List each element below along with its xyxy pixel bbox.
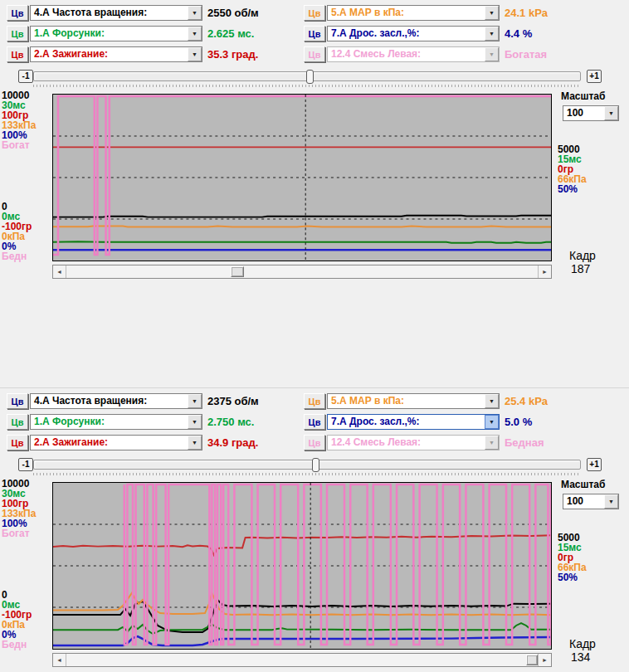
channel-select-ignition[interactable]: 2.А Зажигание: ▼ (30, 46, 202, 62)
channel-select-ignition[interactable]: 2.А Зажигание: ▼ (30, 435, 202, 450)
frame-back-button[interactable]: -1 (18, 70, 33, 83)
slider-tick-marks (33, 85, 581, 87)
frame-position-slider[interactable] (33, 71, 581, 81)
logger-panel-top: Цв 4.А Частота вращения: ▼ 2550 об/м Цв … (0, 0, 629, 387)
chart-scrollbar[interactable]: ◄ ► (52, 265, 552, 279)
channel-select-label: 5.А МАР в кПа: (328, 394, 499, 408)
scale-label: Масштаб (561, 90, 605, 102)
channel-select-throttle[interactable]: 7.А Дрос. засл.,%: ▼ (327, 26, 500, 41)
chart-scrollbar-thumb[interactable] (526, 655, 538, 665)
channel-value-map: 25.4 kPa (505, 393, 548, 409)
color-button[interactable]: Цв (7, 5, 28, 21)
channel-select-rpm[interactable]: 4.А Частота вращения: ▼ (30, 393, 202, 409)
chevron-down-icon[interactable]: ▼ (485, 47, 499, 61)
scale-select[interactable]: 100 ▼ (563, 105, 619, 121)
frame-forward-button[interactable]: +1 (587, 458, 602, 471)
axis-label: 50% (558, 572, 624, 582)
logger-panel-bottom: Цв 4.А Частота вращения: ▼ 2375 об/м Цв … (0, 387, 629, 672)
chevron-down-icon[interactable]: ▼ (188, 27, 202, 41)
color-button[interactable]: Цв (304, 393, 325, 409)
channel-select-label: 2.А Зажигание: (31, 436, 202, 450)
axis-left-min-labels: 00мс-100гр0кПа0%Бедн (2, 590, 51, 650)
frame-forward-button[interactable]: +1 (587, 70, 602, 83)
frame-number: 187 (571, 262, 590, 275)
chevron-down-icon[interactable]: ▼ (485, 415, 499, 429)
color-button[interactable]: Цв (7, 393, 28, 409)
chevron-down-icon[interactable]: ▼ (188, 394, 202, 408)
channel-value-ignition: 35.3 град. (207, 46, 258, 62)
frame-position-slider[interactable] (33, 460, 581, 470)
color-button[interactable]: Цв (7, 46, 28, 62)
scroll-left-icon[interactable]: ◄ (53, 654, 66, 666)
channel-value-rpm: 2550 об/м (207, 5, 259, 21)
frame-position-slider-thumb[interactable] (306, 70, 314, 84)
channel-select-map[interactable]: 5.А МАР в кПа: ▼ (327, 5, 500, 21)
chevron-down-icon[interactable]: ▼ (604, 494, 618, 509)
chevron-down-icon[interactable]: ▼ (604, 106, 618, 120)
channel-select-label: 4.А Частота вращения: (31, 394, 202, 408)
trace-injectors-green (53, 241, 551, 243)
chart-plot (53, 95, 551, 261)
chart-scrollbar[interactable]: ◄ ► (52, 653, 552, 667)
chevron-down-icon[interactable]: ▼ (485, 27, 499, 41)
axis-right-mid-labels: 500015мс0гр66кПа50% (558, 533, 624, 582)
chevron-down-icon[interactable]: ▼ (188, 415, 202, 429)
channel-value-mixture: Богатая (505, 46, 547, 62)
channel-select-label: 4.А Частота вращения: (31, 6, 202, 20)
scroll-right-icon[interactable]: ► (538, 265, 551, 278)
channel-select-label: 5.А МАР в кПа: (328, 6, 499, 20)
channel-select-mixture[interactable]: 12.4 Смесь Левая: ▼ (327, 435, 500, 450)
channel-select-mixture[interactable]: 12.4 Смесь Левая: ▼ (327, 46, 500, 62)
channel-select-injectors[interactable]: 1.А Форсунки: ▼ (30, 414, 202, 430)
chevron-down-icon[interactable]: ▼ (188, 436, 202, 450)
scroll-left-icon[interactable]: ◄ (53, 265, 66, 278)
trace-mixture-pink (53, 96, 551, 255)
scale-label: Масштаб (561, 479, 605, 490)
channel-select-map[interactable]: 5.А МАР в кПа: ▼ (327, 393, 500, 409)
channel-select-label: 1.А Форсунки: (31, 27, 202, 41)
chevron-down-icon[interactable]: ▼ (485, 6, 499, 20)
axis-label: Бедн (2, 640, 51, 650)
axis-left-min-labels: 00мс-100гр0кПа0%Бедн (2, 202, 51, 261)
axis-label: Богат (2, 140, 51, 150)
channel-value-injectors: 2.750 мс. (207, 414, 254, 430)
channel-select-rpm[interactable]: 4.А Частота вращения: ▼ (30, 5, 202, 21)
axis-label: 50% (558, 184, 624, 194)
chevron-down-icon[interactable]: ▼ (485, 394, 499, 408)
channel-select-injectors[interactable]: 1.А Форсунки: ▼ (30, 26, 202, 41)
frame-position-slider-thumb[interactable] (312, 458, 319, 472)
chevron-down-icon[interactable]: ▼ (188, 47, 202, 61)
channel-value-map: 24.1 kPa (505, 5, 548, 21)
scroll-right-icon[interactable]: ► (538, 654, 551, 666)
chart-scrollbar-thumb[interactable] (231, 266, 244, 277)
chart-area[interactable] (52, 482, 552, 650)
axis-left-max-labels: 1000030мс100гр133кПа100%Богат (2, 90, 51, 150)
frame-back-button[interactable]: -1 (18, 458, 33, 471)
color-button[interactable]: Цв (7, 26, 28, 41)
channel-value-mixture: Бедная (505, 435, 544, 450)
channel-select-label: 2.А Зажигание: (31, 47, 202, 61)
channel-select-label: 1.А Форсунки: (31, 415, 202, 429)
axis-label: Богат (2, 528, 51, 538)
color-button[interactable]: Цв (304, 5, 325, 21)
chevron-down-icon[interactable]: ▼ (485, 436, 499, 450)
trace-map-orange (53, 226, 551, 226)
color-button[interactable]: Цв (7, 435, 28, 450)
channel-select-label: 7.А Дрос. засл.,%: (328, 27, 499, 41)
color-button[interactable]: Цв (304, 26, 325, 41)
color-button[interactable]: Цв (304, 435, 325, 450)
scale-select[interactable]: 100 ▼ (563, 494, 619, 509)
axis-label: Бедн (2, 251, 51, 261)
frame-label: Кадр (569, 249, 596, 262)
channel-value-ignition: 34.9 град. (207, 435, 258, 450)
channel-select-label: 12.4 Смесь Левая: (328, 436, 499, 450)
color-button[interactable]: Цв (304, 46, 325, 62)
chart-plot (53, 483, 551, 649)
channel-value-injectors: 2.625 мс. (207, 26, 254, 41)
chart-area[interactable] (52, 94, 552, 261)
chevron-down-icon[interactable]: ▼ (188, 6, 202, 20)
axis-right-mid-labels: 500015мс0гр66кПа50% (558, 144, 624, 194)
channel-select-throttle[interactable]: 7.А Дрос. засл.,%: ▼ (327, 414, 500, 430)
color-button[interactable]: Цв (304, 414, 325, 430)
color-button[interactable]: Цв (7, 414, 28, 430)
